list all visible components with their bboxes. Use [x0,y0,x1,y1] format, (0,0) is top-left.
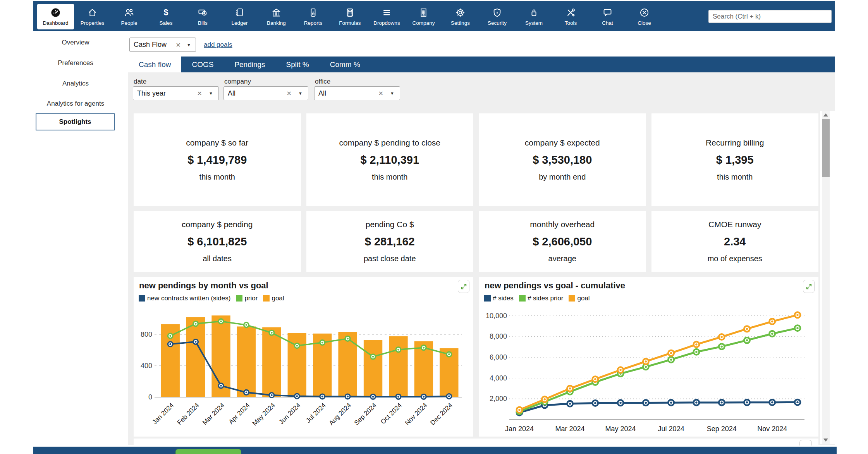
svg-text:May 2024: May 2024 [605,425,636,433]
nav-item-sales[interactable]: $ Sales [148,4,184,29]
sidebar-item-preferences[interactable]: Preferences [33,59,118,67]
nav-item-label: System [525,20,543,26]
nav-item-label: Close [638,20,651,26]
scroll-down-icon[interactable] [823,439,828,442]
next-row-card-partial [134,439,818,445]
legend-swatch [569,295,575,302]
dashboard-panel: date This year ✕ ▼ company All ✕ ▼ offic… [128,72,835,445]
nav-items: Dashboard Properties People $ Sales $ Bi… [37,4,663,29]
clear-icon[interactable]: ✕ [378,90,383,97]
sidebar-item-overview[interactable]: Overview [33,39,118,46]
reports-icon [308,6,318,19]
clear-icon[interactable]: ✕ [197,90,202,97]
spotlight-select-value: Cash Flow [134,41,167,49]
legend-label: goal [577,295,590,302]
kpi-label: Recurring billing [706,138,764,147]
sidebar-item-spotlights[interactable]: Spotlights [36,113,115,130]
nav-item-company[interactable]: Company [405,4,442,29]
nav-item-bills[interactable]: $ Bills [184,4,221,29]
nav-item-banking[interactable]: Banking [258,4,295,29]
nav-item-dashboard[interactable]: Dashboard [37,4,74,29]
svg-text:Aug 2024: Aug 2024 [328,401,353,427]
sidebar-item-analytics[interactable]: Analytics [33,80,118,87]
chevron-down-icon[interactable]: ▼ [390,91,394,96]
filter-label-company: company [224,78,251,86]
sidebar-item-analytics-for-agents[interactable]: Analytics for agents [33,100,118,108]
nav-item-dropdowns[interactable]: Dropdowns [368,4,405,29]
nav-item-label: Company [413,20,435,26]
chevron-down-icon[interactable]: ▼ [187,43,191,47]
kpi-subtext: past close date [364,254,416,263]
kpi-card: CMOE runway 2.34 mo of expenses [651,211,819,272]
tab-comm[interactable]: Comm % [320,57,371,72]
expand-arrows-icon [461,283,467,290]
svg-text:Sep 2024: Sep 2024 [707,425,737,433]
tab-pendings[interactable]: Pendings [224,57,275,72]
spotlight-select[interactable]: Cash Flow ✕ ▼ [129,38,196,52]
kpi-row-1: company $ so far $ 1,419,789 this month … [134,113,818,206]
scrollbar-thumb[interactable] [822,119,830,177]
kpi-label: CMOE runway [708,220,761,229]
expand-button[interactable] [803,280,815,293]
dashboard-icon [50,6,61,19]
search-input[interactable] [708,10,832,23]
nav-item-system[interactable]: System [516,4,552,29]
nav-item-chat[interactable]: Chat [589,4,626,29]
kpi-value: $ 2,606,050 [533,235,592,248]
company-filter[interactable]: All ✕ ▼ [223,86,308,100]
add-goals-link[interactable]: add goals [204,41,232,49]
nav-item-reports[interactable]: Reports [295,4,332,29]
pendings-by-month-chart-card: new pendings by month vs goal new contra… [134,277,473,437]
nav-item-tools[interactable]: Tools [552,4,589,29]
nav-item-label: Reports [304,20,322,26]
expand-button[interactable] [458,280,469,293]
chevron-down-icon[interactable]: ▼ [298,91,303,96]
bottom-green-indicator[interactable] [175,449,241,454]
clear-icon[interactable]: ✕ [176,41,181,49]
clear-icon[interactable]: ✕ [287,90,292,97]
kpi-card: Recurring billing $ 1,395 this month [651,113,819,206]
svg-text:Apr 2024: Apr 2024 [227,401,251,425]
banking-icon [271,6,282,19]
nav-item-people[interactable]: People [111,4,148,29]
legend-swatch [263,295,270,302]
date-filter[interactable]: This year ✕ ▼ [133,86,219,100]
legend-label: new contracts written (sides) [147,295,230,302]
dropdowns-icon [382,6,392,19]
nav-item-label: Settings [451,20,470,26]
svg-text:Nov 2024: Nov 2024 [757,425,787,433]
nav-item-security[interactable]: Security [479,4,516,29]
legend-label: goal [272,295,284,302]
kpi-card: pending Co $ $ 281,162 past close date [306,211,474,272]
svg-text:$: $ [164,8,168,17]
svg-text:Jul 2024: Jul 2024 [304,401,327,424]
nav-item-label: Ledger [231,20,248,26]
top-nav-bar: Dashboard Properties People $ Sales $ Bi… [33,1,835,31]
svg-text:2,000: 2,000 [490,395,507,403]
nav-item-settings[interactable]: Settings [442,4,479,29]
settings-icon [455,6,466,19]
svg-text:Jan 2024: Jan 2024 [151,401,175,426]
scroll-up-icon[interactable] [823,113,828,116]
chevron-down-icon[interactable]: ▼ [209,91,213,96]
nav-item-properties[interactable]: Properties [74,4,111,29]
kpi-card: company $ pending to close $ 2,110,391 t… [306,113,474,206]
legend-swatch [519,295,526,302]
nav-item-formulas[interactable]: Formulas [332,4,368,29]
nav-item-ledger[interactable]: Ledger [221,4,258,29]
security-icon [492,6,502,19]
tab-cogs[interactable]: COGS [181,57,224,72]
svg-text:400: 400 [141,362,152,370]
tab-split[interactable]: Split % [276,57,320,72]
kpi-label: company $ expected [525,138,600,147]
nav-item-label: Dropdowns [373,20,400,26]
tab-cash-flow[interactable]: Cash flow [128,57,181,72]
date-filter-value: This year [137,89,166,98]
kpi-subtext: this month [717,173,753,182]
nav-item-close[interactable]: Close [626,4,663,29]
svg-text:May 2024: May 2024 [251,401,277,427]
svg-text:$: $ [203,11,205,15]
sales-icon: $ [161,6,171,19]
kpi-label: company $ pending to close [339,138,440,147]
office-filter[interactable]: All ✕ ▼ [314,86,400,100]
